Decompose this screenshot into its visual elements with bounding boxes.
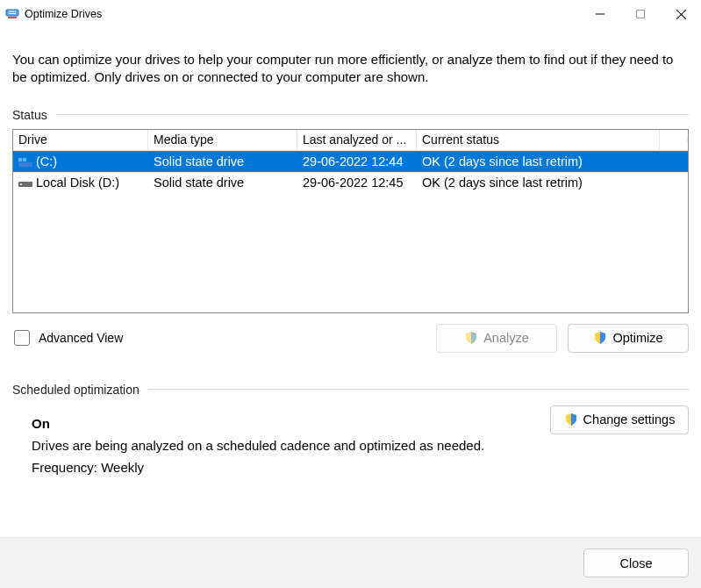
- scheduled-group-label: Scheduled optimization: [12, 383, 148, 397]
- shield-icon: [464, 331, 478, 345]
- drive-row[interactable]: Local Disk (D:) Solid state drive 29-06-…: [13, 172, 688, 193]
- advanced-view-checkbox[interactable]: [14, 330, 30, 346]
- svg-rect-10: [18, 162, 32, 167]
- optimize-button-label: Optimize: [612, 331, 662, 345]
- drive-last: 29-06-2022 12:45: [297, 174, 417, 191]
- col-scroll-spacer: [660, 137, 688, 142]
- svg-rect-0: [6, 10, 18, 16]
- close-button[interactable]: Close: [583, 549, 689, 577]
- shield-icon: [593, 331, 607, 345]
- svg-rect-5: [637, 11, 645, 18]
- svg-rect-8: [18, 158, 22, 161]
- scheduled-frequency: Frequency: Weekly: [32, 460, 484, 475]
- footer-bar: Close: [0, 537, 701, 588]
- app-icon: [5, 7, 19, 21]
- scheduled-state: On: [32, 416, 484, 431]
- advanced-view-label: Advanced View: [39, 331, 123, 345]
- status-group-label: Status: [12, 108, 56, 122]
- close-window-button[interactable]: [661, 0, 701, 28]
- drives-list-header[interactable]: Drive Media type Last analyzed or ... Cu…: [13, 130, 688, 151]
- close-button-label: Close: [619, 556, 652, 570]
- svg-rect-9: [23, 158, 26, 161]
- drive-name: Local Disk (D:): [36, 176, 119, 190]
- analyze-button[interactable]: Analyze: [436, 324, 557, 353]
- drive-d-icon: [18, 177, 32, 188]
- shield-icon: [564, 412, 578, 427]
- drive-last: 29-06-2022 12:44: [297, 153, 417, 170]
- minimize-button[interactable]: [580, 0, 620, 28]
- scheduled-description: Drives are being analyzed on a scheduled…: [32, 438, 484, 453]
- window-title: Optimize Drives: [25, 8, 102, 20]
- divider: [148, 389, 689, 390]
- description-text: You can optimize your drives to help you…: [12, 51, 689, 87]
- divider: [56, 114, 689, 115]
- change-settings-label: Change settings: [583, 412, 676, 427]
- svg-rect-3: [9, 13, 16, 14]
- drive-media: Solid state drive: [148, 153, 297, 170]
- maximize-button[interactable]: [620, 0, 661, 28]
- svg-rect-12: [20, 183, 22, 185]
- title-bar: Optimize Drives: [0, 0, 701, 28]
- col-last-analyzed[interactable]: Last analyzed or ...: [297, 130, 417, 149]
- drive-name: (C:): [36, 154, 57, 169]
- analyze-button-label: Analyze: [483, 331, 529, 345]
- change-settings-button[interactable]: Change settings: [550, 405, 689, 434]
- col-current-status[interactable]: Current status: [417, 130, 660, 149]
- drive-row[interactable]: (C:) Solid state drive 29-06-2022 12:44 …: [13, 151, 688, 172]
- svg-rect-1: [8, 17, 17, 18]
- drive-status: OK (2 days since last retrim): [417, 153, 660, 170]
- optimize-button[interactable]: Optimize: [568, 324, 689, 353]
- drive-status: OK (2 days since last retrim): [417, 174, 660, 191]
- svg-rect-2: [9, 11, 16, 12]
- col-drive[interactable]: Drive: [13, 130, 148, 149]
- drive-c-icon: [18, 156, 32, 167]
- drives-list[interactable]: Drive Media type Last analyzed or ... Cu…: [12, 129, 689, 313]
- col-media-type[interactable]: Media type: [148, 130, 297, 149]
- drive-media: Solid state drive: [148, 174, 297, 191]
